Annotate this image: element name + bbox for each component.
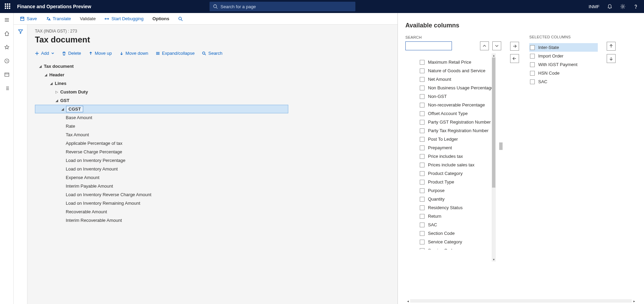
selected-item[interactable]: With IGST Payment	[529, 60, 598, 69]
translate-button[interactable]: Translate	[46, 16, 71, 21]
hamburger-icon[interactable]	[3, 16, 10, 23]
checkbox[interactable]	[420, 180, 425, 185]
available-item[interactable]: Nature of Goods and Service	[420, 66, 501, 75]
move-up-button[interactable]	[607, 42, 616, 51]
move-right-button[interactable]	[510, 42, 519, 51]
delete-button[interactable]: Delete	[62, 51, 81, 56]
available-item[interactable]: Service Category	[420, 238, 501, 246]
splitter-handle[interactable]	[499, 142, 503, 150]
scroll-track[interactable]	[410, 299, 632, 303]
search-next-button[interactable]	[492, 41, 501, 50]
available-item[interactable]: Product Type	[420, 178, 501, 186]
checkbox[interactable]	[420, 240, 425, 244]
available-item[interactable]: Offset Account Type	[420, 109, 501, 118]
debug-button[interactable]: Start Debugging	[104, 16, 143, 21]
tree-leaf[interactable]: Load on Inventory Reverse Charge Amount	[35, 190, 288, 199]
available-item[interactable]: Prices include sales tax	[420, 161, 501, 169]
available-scrollbar[interactable]: ▴ ▾	[492, 53, 496, 262]
available-item[interactable]: Non-recoverable Percentage	[420, 101, 501, 109]
checkbox[interactable]	[420, 60, 425, 65]
available-item[interactable]: Service Code	[420, 246, 501, 250]
available-item[interactable]: Return	[420, 212, 501, 220]
options-button[interactable]: Options	[152, 16, 169, 21]
available-list[interactable]: Maximum Retail PriceNature of Goods and …	[405, 58, 501, 250]
checkbox[interactable]	[420, 120, 425, 125]
user-label[interactable]: INMF	[589, 4, 599, 9]
available-item[interactable]: Residency Status	[420, 203, 501, 212]
tree-node-taxdocument[interactable]: ◢Tax document	[35, 62, 288, 71]
expand-button[interactable]: Expand/collapse	[156, 51, 194, 56]
tree-leaf[interactable]: Rate	[35, 122, 288, 130]
checkbox[interactable]	[530, 45, 535, 50]
available-item[interactable]: Quantity	[420, 195, 501, 203]
modules-icon[interactable]	[3, 85, 10, 92]
scroll-thumb[interactable]	[492, 58, 495, 188]
save-button[interactable]: Save	[20, 16, 37, 21]
tree-node-customduty[interactable]: ▷Custom Duty	[35, 88, 288, 96]
tree-leaf[interactable]: Interim Payable Amount	[35, 182, 288, 190]
checkbox[interactable]	[420, 94, 425, 99]
available-item[interactable]: Post To Ledger	[420, 135, 501, 143]
scroll-up-icon[interactable]: ▴	[492, 53, 496, 58]
filter-pane-toggle[interactable]	[14, 25, 27, 304]
tree-leaf[interactable]: Load on Inventory Amount	[35, 165, 288, 173]
available-item[interactable]: Prepayment	[420, 143, 501, 152]
tree-leaf[interactable]: Recoverable Amount	[35, 207, 288, 216]
selected-list[interactable]: Inter-StateImport OrderWith IGST Payment…	[529, 43, 598, 86]
tree-leaf[interactable]: Interim Recoverable Amount	[35, 216, 288, 225]
checkbox[interactable]	[420, 86, 425, 90]
available-item[interactable]: Product Category	[420, 169, 501, 178]
checkbox[interactable]	[420, 205, 425, 210]
gear-icon[interactable]	[620, 4, 626, 9]
tree-leaf[interactable]: Expense Amount	[35, 173, 288, 182]
tree-leaf[interactable]: Tax Amount	[35, 130, 288, 139]
moveup-button[interactable]: Move up	[89, 51, 112, 56]
validate-button[interactable]: Validate	[80, 16, 96, 21]
checkbox[interactable]	[530, 79, 535, 84]
available-item[interactable]: Non Business Usage Percentage	[420, 84, 501, 92]
tree-node-lines[interactable]: ◢Lines	[35, 79, 288, 88]
available-item[interactable]: Party GST Registration Number	[420, 118, 501, 126]
tree-node-cgst[interactable]: ◢CGST	[35, 105, 288, 113]
checkbox[interactable]	[530, 54, 535, 59]
checkbox[interactable]	[420, 77, 425, 82]
checkbox[interactable]	[530, 62, 535, 67]
checkbox[interactable]	[420, 128, 425, 133]
scroll-down-icon[interactable]: ▾	[492, 257, 496, 262]
scroll-left-icon[interactable]: ◂	[405, 299, 410, 303]
star-icon[interactable]	[3, 44, 10, 51]
checkbox[interactable]	[530, 71, 535, 76]
checkbox[interactable]	[420, 68, 425, 73]
global-search[interactable]: Search for a page	[210, 2, 355, 11]
bell-icon[interactable]	[607, 4, 613, 9]
tree-node-header[interactable]: ◢Header	[35, 71, 288, 79]
checkbox[interactable]	[420, 223, 425, 227]
help-icon[interactable]	[633, 4, 639, 9]
movedown-button[interactable]: Move down	[119, 51, 148, 56]
available-item[interactable]: Maximum Retail Price	[420, 58, 501, 66]
checkbox[interactable]	[420, 248, 425, 250]
available-item[interactable]: Non-GST	[420, 92, 501, 101]
workspace-icon[interactable]	[3, 71, 10, 78]
scroll-right-icon[interactable]: ▸	[632, 299, 636, 303]
selected-item[interactable]: SAC	[529, 77, 598, 86]
tree-leaf[interactable]: Applicable Percentage of tax	[35, 139, 288, 148]
tree-leaf[interactable]: Load on Inventory Percentage	[35, 156, 288, 165]
available-item[interactable]: Section Code	[420, 229, 501, 238]
available-item[interactable]: Purpose	[420, 186, 501, 195]
selected-item[interactable]: Inter-State	[529, 43, 598, 52]
checkbox[interactable]	[420, 214, 425, 219]
tree-leaf[interactable]: Reverse Charge Percentage	[35, 148, 288, 156]
recent-icon[interactable]	[3, 58, 10, 64]
search-prev-button[interactable]	[480, 41, 489, 50]
available-item[interactable]: SAC	[420, 220, 501, 229]
move-down-button[interactable]	[607, 54, 616, 63]
checkbox[interactable]	[420, 188, 425, 193]
tree-search-button[interactable]: Search	[202, 51, 222, 56]
available-item[interactable]: Party Tax Registration Number	[420, 126, 501, 135]
tree-leaf[interactable]: Base Amount	[35, 113, 288, 122]
find-button[interactable]	[178, 16, 183, 21]
checkbox[interactable]	[420, 231, 425, 236]
tree-leaf[interactable]: Load on Inventory Remaining Amount	[35, 199, 288, 207]
checkbox[interactable]	[420, 137, 425, 142]
